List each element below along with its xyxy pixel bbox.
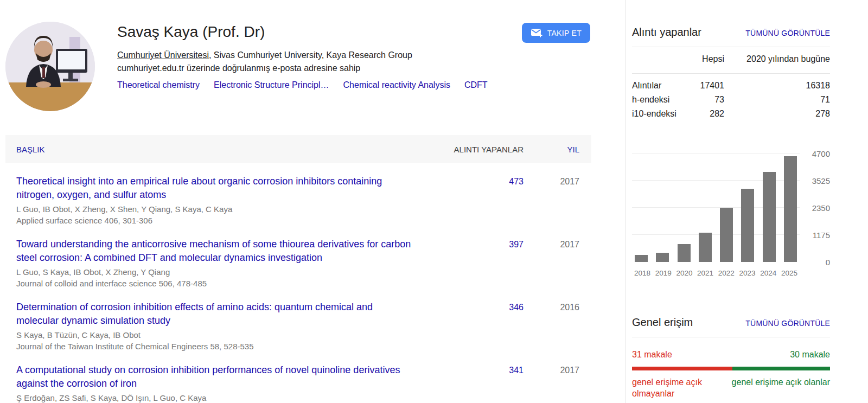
publication-title-link[interactable]: Toward understanding the anticorrosive m… <box>16 238 417 265</box>
sort-by-title-header[interactable]: BAŞLIK <box>5 145 437 154</box>
publication-year: 2017 <box>524 238 579 289</box>
profile-name: Savaş Kaya (Prof. Dr) <box>117 23 502 41</box>
stat-value-since: 278 <box>724 107 830 121</box>
publication-cited-by-count[interactable]: 346 <box>437 300 524 352</box>
chart-x-axis-labels: 20182019202020212022202320242025 <box>632 269 800 277</box>
publication-text: Toward understanding the anticorrosive m… <box>16 238 437 289</box>
chart-x-tick: 2020 <box>674 269 694 277</box>
publication-title-link[interactable]: Determination of corrosion inhibition ef… <box>16 300 417 328</box>
chart-bars <box>632 153 800 262</box>
chart-y-tick: 2350 <box>812 203 830 213</box>
stat-label: Alıntılar <box>632 79 692 93</box>
stat-value-since: 71 <box>724 93 830 107</box>
chart-y-tick: 1175 <box>813 231 830 240</box>
publication-text: Theoretical insight into an empirical ru… <box>16 175 437 226</box>
affiliation-link[interactable]: Cumhuriyet Üniversitesi <box>117 50 209 60</box>
publications-table-header: BAŞLIK ALINTI YAPANLAR YIL <box>5 135 591 163</box>
publication-row: Theoretical insight into an empirical ru… <box>5 163 591 226</box>
follow-button-label: TAKIP ET <box>547 29 582 37</box>
chart-x-tick: 2025 <box>779 269 800 277</box>
interest-link[interactable]: CDFT <box>464 80 488 89</box>
citation-stat-row: h-endeksi7371 <box>632 93 830 107</box>
publication-year: 2017 <box>524 175 579 226</box>
stat-label: i10-endeksi <box>632 107 692 121</box>
publication-authors: S Kaya, B Tüzün, C Kaya, IB Obot <box>16 329 417 341</box>
chart-plot-area <box>632 153 800 262</box>
public-access-section: Genel erişim TÜMÜNÜ GÖRÜNTÜLE 31 makale … <box>632 316 830 399</box>
interest-link[interactable]: Electronic Structure Principl… <box>214 80 329 89</box>
publication-title-link[interactable]: Theoretical insight into an empirical ru… <box>16 175 417 202</box>
chart-bar-2025[interactable] <box>784 156 797 262</box>
chart-y-tick: 3525 <box>812 176 830 185</box>
public-access-counts: 31 makale 30 makale <box>632 350 830 360</box>
publication-year: 2016 <box>524 300 579 352</box>
publication-row: A computational study on corrosion inhib… <box>5 352 591 403</box>
chart-bar-2022[interactable] <box>720 208 733 262</box>
chart-bar-2018[interactable] <box>635 255 648 262</box>
profile-photo-image <box>5 22 95 111</box>
public-access-view-all-link[interactable]: TÜMÜNÜ GÖRÜNTÜLE <box>745 319 830 328</box>
stat-value-since: 16318 <box>724 79 830 93</box>
citation-stats: Alıntılar1740116318h-endeksi7371i10-ende… <box>632 74 830 121</box>
publication-authors: L Guo, IB Obot, X Zheng, X Shen, Y Qiang… <box>16 203 417 215</box>
follow-button[interactable]: TAKIP ET <box>522 23 590 43</box>
cited-by-title: Alıntı yapanlar <box>632 26 701 39</box>
cited-by-view-all-link[interactable]: TÜMÜNÜ GÖRÜNTÜLE <box>745 29 830 37</box>
publication-authors: Ş Erdoğan, ZS Safi, S Kaya, DÖ Işın, L G… <box>16 392 417 403</box>
chart-x-tick: 2024 <box>758 269 778 277</box>
chart-bar-2019[interactable] <box>656 253 669 262</box>
publication-row: Toward understanding the anticorrosive m… <box>5 226 591 289</box>
publications-rows: Theoretical insight into an empirical ru… <box>5 163 591 403</box>
chart-bar-2023[interactable] <box>741 189 754 262</box>
follow-email-plus-icon <box>531 28 542 37</box>
publication-row: Determination of corrosion inhibition ef… <box>5 289 591 352</box>
sidebar: Alıntı yapanlar TÜMÜNÜ GÖRÜNTÜLE Hepsi 2… <box>625 0 868 403</box>
chart-y-tick: 0 <box>826 258 830 267</box>
chart-x-tick: 2023 <box>737 269 758 277</box>
publication-text: Determination of corrosion inhibition ef… <box>16 300 437 352</box>
public-access-labels: genel erişime açık olmayanlar genel eriş… <box>632 376 830 399</box>
profile-info: Savaş Kaya (Prof. Dr) Cumhuriyet Ünivers… <box>117 22 502 111</box>
not-open-label: genel erişime açık olmayanlar <box>632 376 727 399</box>
not-open-count: 31 makale <box>632 350 672 360</box>
cited-by-columns: Hepsi 2020 yılından bugüne <box>632 47 830 71</box>
interest-link[interactable]: Chemical reactivity Analysis <box>343 80 450 89</box>
publication-cited-by-count[interactable]: 397 <box>437 238 524 289</box>
interest-link[interactable]: Theoretical chemistry <box>117 80 200 89</box>
citations-per-year-chart: 01175235035254700 2018201920202021202220… <box>632 149 830 277</box>
main-column: Savaş Kaya (Prof. Dr) Cumhuriyet Ünivers… <box>0 0 625 403</box>
publication-text: A computational study on corrosion inhib… <box>16 363 437 403</box>
col-all-label: Hepsi <box>692 52 724 66</box>
public-access-header: Genel erişim TÜMÜNÜ GÖRÜNTÜLE <box>632 316 830 329</box>
stat-value-all: 17401 <box>692 79 724 93</box>
stat-value-all: 73 <box>692 93 724 107</box>
citation-stat-row: i10-endeksi282278 <box>632 107 830 121</box>
research-interests: Theoretical chemistryElectronic Structur… <box>117 80 502 90</box>
chart-y-tick: 4700 <box>812 149 830 158</box>
publication-title-link[interactable]: A computational study on corrosion inhib… <box>16 363 417 391</box>
chart-bar-2021[interactable] <box>699 233 712 262</box>
chart-bar-2020[interactable] <box>678 244 691 262</box>
chart-x-tick: 2018 <box>632 269 653 277</box>
open-bar-segment <box>732 367 830 370</box>
cited-by-header: Alıntı yapanlar TÜMÜNÜ GÖRÜNTÜLE <box>632 26 830 39</box>
affiliation-rest: , Sivas Cumhuriyet University, Kaya Rese… <box>209 50 412 60</box>
publication-cited-by-count[interactable]: 473 <box>437 175 524 226</box>
chart-bar-2024[interactable] <box>763 172 776 262</box>
citation-stat-row: Alıntılar1740116318 <box>632 79 830 93</box>
chart-y-axis-labels: 01175235035254700 <box>803 153 830 262</box>
col-since-label: 2020 yılından bugüne <box>724 52 830 66</box>
sort-by-year-header[interactable]: YIL <box>524 145 579 154</box>
open-count: 30 makale <box>790 350 830 360</box>
sort-by-citations-header[interactable]: ALINTI YAPANLAR <box>437 145 524 154</box>
open-label: genel erişime açık olanlar <box>732 376 830 399</box>
chart-x-tick: 2019 <box>653 269 674 277</box>
stat-value-all: 282 <box>692 107 724 121</box>
divider <box>632 337 830 337</box>
stat-label: h-endeksi <box>632 93 692 107</box>
publication-authors: L Guo, S Kaya, IB Obot, X Zheng, Y Qiang <box>16 266 417 278</box>
chart-x-tick: 2021 <box>695 269 716 277</box>
publication-venue: Journal of the Taiwan Institute of Chemi… <box>16 341 417 352</box>
not-open-bar-segment <box>632 367 732 370</box>
publication-cited-by-count[interactable]: 341 <box>437 363 524 403</box>
